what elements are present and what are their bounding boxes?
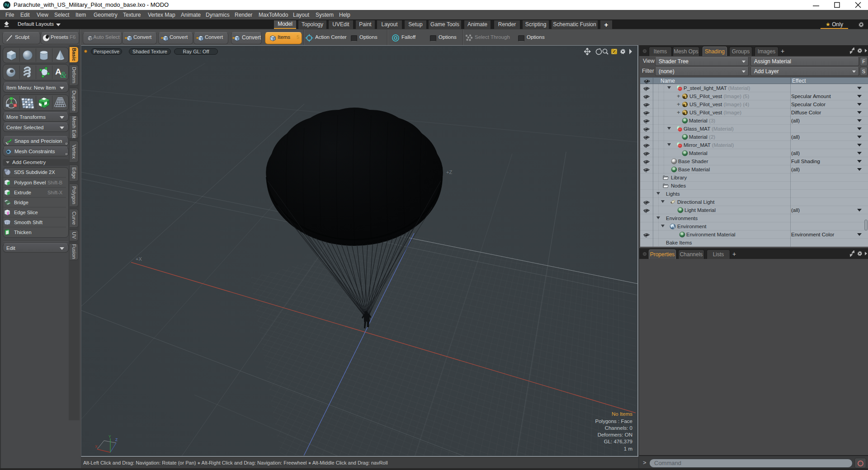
svg-text:Z: Z bbox=[115, 437, 118, 442]
svg-text:+X: +X bbox=[136, 256, 142, 262]
svg-text:X: X bbox=[95, 444, 98, 449]
svg-text:Y: Y bbox=[108, 434, 111, 439]
svg-text:&: & bbox=[60, 70, 66, 80]
svg-text:+Z: +Z bbox=[446, 169, 452, 175]
